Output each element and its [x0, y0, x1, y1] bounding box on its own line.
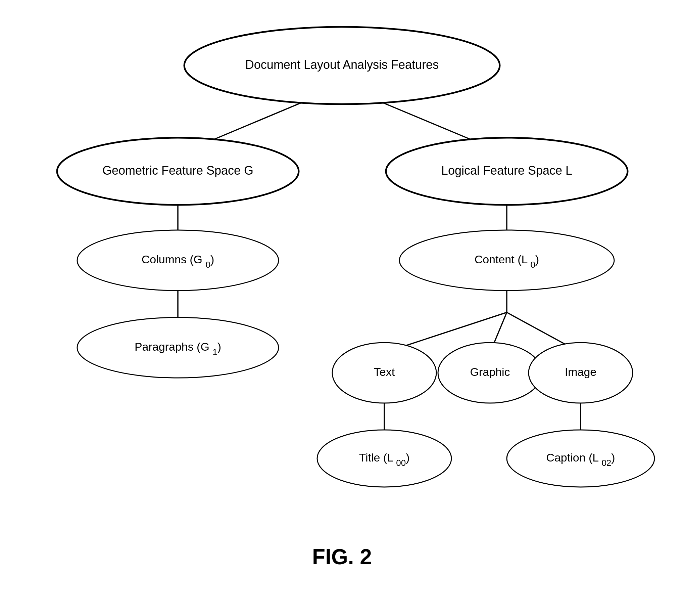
- image-label: Image: [565, 366, 597, 378]
- diagram-container: Document Layout Analysis Features Geomet…: [0, 0, 684, 616]
- geometric-label: Geometric Feature Space G: [102, 163, 253, 177]
- fig-label: FIG. 2: [312, 545, 372, 569]
- root-label: Document Layout Analysis Features: [245, 58, 439, 71]
- graphic-label: Graphic: [470, 366, 510, 378]
- text-label: Text: [374, 366, 395, 378]
- logical-label: Logical Feature Space L: [441, 163, 572, 177]
